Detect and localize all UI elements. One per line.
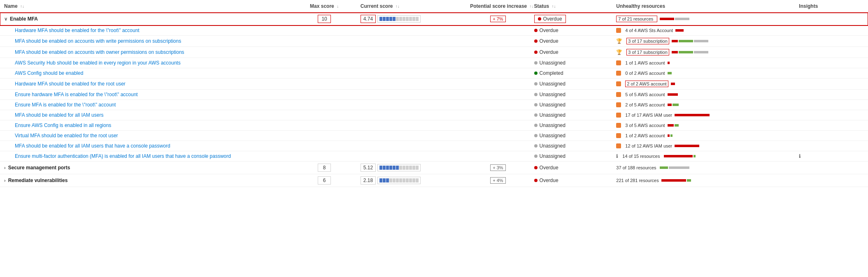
group-row[interactable]: ∨Enable MFA104.74+ 7%Overdue7 of 21 reso…	[0, 13, 868, 25]
status-label: Overdue	[540, 28, 558, 33]
resource-count-label: 1 of 1 AWS account	[625, 60, 665, 65]
table-row: Ensure MFA is enabled for the \"root\" a…	[0, 100, 868, 110]
resource-mini-bar	[672, 40, 708, 42]
child-link[interactable]: Ensure hardware MFA is enabled for the \…	[15, 92, 138, 97]
resource-mini-bar	[668, 104, 679, 106]
status-label: Unassigned	[540, 92, 565, 97]
child-unhealthy-cell: 2 of 2 AWS account	[612, 78, 795, 90]
table-row: MFA should be enabled for all IAM users …	[0, 141, 868, 151]
status-dot	[534, 61, 538, 65]
table-row: MFA should be enabled on accounts with o…	[0, 47, 868, 58]
sort-icon-status[interactable]: ↑↓	[552, 4, 556, 9]
child-link[interactable]: AWS Config should be enabled	[15, 70, 83, 76]
col-header-max-score[interactable]: Max score ↓	[292, 0, 356, 13]
resource-count-label: 4 of 4 AWS Sts Account	[625, 28, 673, 33]
group-name-label: Secure management ports	[8, 165, 70, 171]
child-unhealthy-cell: 1 of 2 AWS account	[612, 131, 795, 141]
insights-cell	[795, 162, 868, 174]
child-unhealthy-cell: 4 of 4 AWS Sts Account	[612, 25, 795, 36]
status-label: Unassigned	[540, 112, 565, 118]
child-unhealthy-cell: ℹ14 of 15 resources	[612, 151, 795, 162]
sort-icon-name[interactable]: ↑↓	[20, 4, 24, 9]
box-orange-icon	[616, 123, 621, 128]
status-dot	[534, 113, 538, 117]
resource-count-label: 17 of 17 AWS IAM user	[625, 113, 672, 118]
status-dot	[538, 17, 541, 21]
table-row: Virtual MFA should be enabled for the ro…	[0, 131, 868, 141]
child-link[interactable]: MFA should be enabled for all IAM users …	[15, 143, 170, 149]
table-row: MFA should be enabled for all IAM usersU…	[0, 110, 868, 120]
table-row: Hardware MFA should be enabled for the \…	[0, 25, 868, 36]
child-link[interactable]: Virtual MFA should be enabled for the ro…	[15, 133, 118, 138]
max-score-cell: 10	[292, 13, 356, 25]
child-unhealthy-cell: 3 of 5 AWS account	[612, 120, 795, 131]
insights-cell	[795, 174, 868, 187]
child-name-cell[interactable]: Hardware MFA should be enabled for the r…	[0, 78, 292, 90]
group-name-cell[interactable]: ›Secure management ports	[0, 162, 292, 174]
status-label: Unassigned	[540, 133, 565, 138]
resource-count-label: 0 of 2 AWS account	[625, 71, 665, 76]
trophy-icon: 🏆	[616, 38, 622, 44]
group-name-cell[interactable]: ›Remediate vulnerabilities	[0, 174, 292, 187]
status-cell: Overdue	[530, 174, 612, 187]
group-row[interactable]: ›Remediate vulnerabilities62.18+ 4%Overd…	[0, 174, 868, 187]
sort-icon-max-score[interactable]: ↓	[337, 4, 339, 9]
potential-cell: + 4%	[466, 174, 530, 187]
col-header-potential[interactable]: Potential score increase ↑↓	[466, 0, 530, 13]
potential-cell: + 3%	[466, 162, 530, 174]
col-header-status[interactable]: Status ↑↓	[530, 0, 612, 13]
expand-icon[interactable]: ›	[4, 165, 6, 170]
child-name-cell[interactable]: AWS Config should be enabled	[0, 68, 292, 78]
child-name-cell[interactable]: Ensure AWS Config is enabled in all regi…	[0, 120, 292, 131]
child-link[interactable]: Hardware MFA should be enabled for the \…	[15, 28, 140, 33]
group-name-label: Remediate vulnerabilities	[8, 178, 68, 183]
group-row[interactable]: ›Secure management ports85.12+ 3%Overdue…	[0, 162, 868, 174]
max-score-cell: 8	[292, 162, 356, 174]
expand-icon[interactable]: ∨	[4, 16, 7, 22]
child-name-cell[interactable]: AWS Security Hub should be enabled in ev…	[0, 58, 292, 68]
child-link[interactable]: MFA should be enabled on accounts with w…	[15, 38, 181, 44]
status-dot	[534, 93, 538, 96]
status-cell: Overdue	[530, 13, 612, 25]
child-name-cell[interactable]: MFA should be enabled on accounts with o…	[0, 47, 292, 58]
child-name-cell[interactable]: Ensure MFA is enabled for the \"root\" a…	[0, 100, 292, 110]
status-dot	[534, 29, 538, 32]
child-link[interactable]: Ensure multi-factor authentication (MFA)…	[15, 153, 231, 159]
sort-icon-current-score[interactable]: ↑↓	[396, 4, 400, 9]
resource-count-label: 37 of 188 resources	[616, 165, 657, 170]
group-name-cell[interactable]: ∨Enable MFA	[0, 13, 292, 25]
sort-icon-potential[interactable]: ↑↓	[530, 4, 534, 9]
child-link[interactable]: MFA should be enabled on accounts with o…	[15, 49, 184, 55]
resource-mini-bar	[668, 134, 673, 137]
col-header-unhealthy[interactable]: Unhealthy resources	[612, 0, 795, 13]
resource-count-label: 1 of 2 AWS account	[625, 133, 665, 138]
resource-mini-bar	[664, 155, 696, 157]
box-orange-icon	[616, 133, 621, 138]
child-link[interactable]: Ensure AWS Config is enabled in all regi…	[15, 122, 111, 128]
child-name-cell[interactable]: Ensure multi-factor authentication (MFA)…	[0, 151, 292, 162]
child-link[interactable]: AWS Security Hub should be enabled in ev…	[15, 60, 181, 66]
status-label: Overdue	[540, 49, 558, 55]
col-header-current-score[interactable]: Current score ↑↓	[356, 0, 466, 13]
child-name-cell[interactable]: Ensure hardware MFA is enabled for the \…	[0, 90, 292, 100]
col-header-insights: Insights	[795, 0, 868, 13]
status-dot	[534, 39, 538, 43]
resource-count-label: 2 of 2 AWS account	[625, 81, 668, 87]
child-name-cell[interactable]: MFA should be enabled on accounts with w…	[0, 36, 292, 47]
box-orange-icon	[616, 143, 621, 148]
child-name-cell[interactable]: MFA should be enabled for all IAM users	[0, 110, 292, 120]
child-name-cell[interactable]: Virtual MFA should be enabled for the ro…	[0, 131, 292, 141]
child-link[interactable]: Hardware MFA should be enabled for the r…	[15, 81, 126, 87]
child-link[interactable]: Ensure MFA is enabled for the \"root\" a…	[15, 102, 116, 108]
child-unhealthy-cell: 🏆3 of 17 subscription	[612, 36, 795, 47]
child-unhealthy-cell: 17 of 17 AWS IAM user	[612, 110, 795, 120]
resource-count-label: 12 of 12 AWS IAM user	[625, 143, 672, 148]
expand-icon[interactable]: ›	[4, 178, 6, 183]
resource-mini-bar	[668, 62, 670, 64]
child-name-cell[interactable]: MFA should be enabled for all IAM users …	[0, 141, 292, 151]
child-link[interactable]: MFA should be enabled for all IAM users	[15, 112, 103, 118]
box-orange-icon	[616, 92, 621, 97]
table-row: AWS Config should be enabledCompleted0 o…	[0, 68, 868, 78]
col-header-name[interactable]: Name ↑↓	[0, 0, 292, 13]
child-name-cell[interactable]: Hardware MFA should be enabled for the \…	[0, 25, 292, 36]
